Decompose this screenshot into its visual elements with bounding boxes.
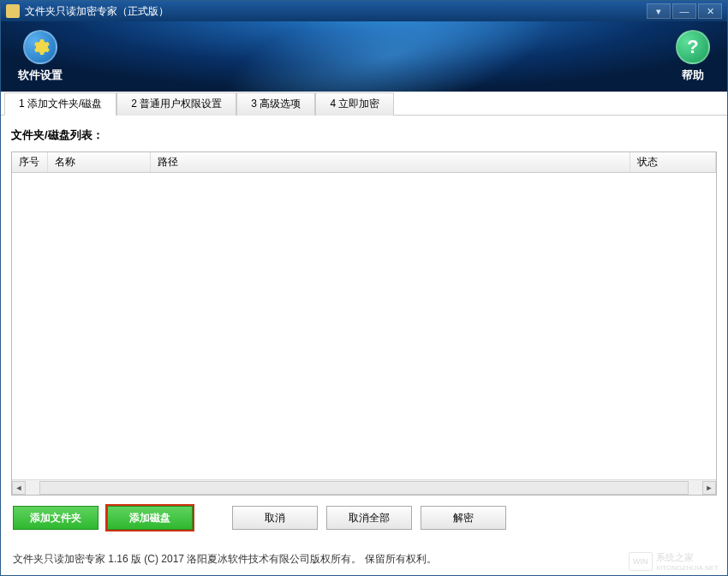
scroll-left-icon[interactable]: ◄ (12, 481, 26, 495)
action-buttons: 添加文件夹 添加磁盘 取消 取消全部 解密 (11, 496, 717, 537)
column-name[interactable]: 名称 (48, 152, 151, 172)
settings-button[interactable]: 软件设置 (18, 30, 63, 83)
watermark-line2: XITONGZHIJIA.NET (656, 564, 719, 572)
scroll-right-icon[interactable]: ► (702, 481, 716, 495)
gear-icon (23, 30, 57, 64)
table-body (12, 173, 716, 479)
cancel-all-button[interactable]: 取消全部 (326, 506, 412, 530)
list-label: 文件夹/磁盘列表： (11, 128, 717, 143)
app-icon (6, 4, 20, 18)
help-label: 帮助 (682, 68, 704, 83)
tab-advanced-options[interactable]: 3 高级选项 (236, 92, 315, 116)
help-button[interactable]: ? 帮助 (676, 30, 710, 83)
tab-panel: 文件夹/磁盘列表： 序号 名称 路径 状态 ◄ ► 添加文件夹 添加磁盘 (1, 116, 727, 545)
tab-user-permissions[interactable]: 2 普通用户权限设置 (116, 92, 236, 116)
watermark-line1: 系统之家 (656, 551, 719, 564)
window-controls: ▾ — ✕ (647, 3, 722, 19)
watermark: WIN 系统之家 XITONGZHIJIA.NET (629, 551, 719, 572)
decrypt-button[interactable]: 解密 (421, 506, 506, 530)
tab-add-folder-disk[interactable]: 1 添加文件夹/磁盘 (4, 92, 116, 116)
close-button[interactable]: ✕ (698, 3, 722, 19)
help-icon: ? (676, 30, 710, 64)
table-header: 序号 名称 路径 状态 (12, 152, 716, 173)
watermark-icon: WIN (629, 552, 653, 571)
add-folder-button[interactable]: 添加文件夹 (13, 506, 98, 530)
copyright-text: 文件夹只读加密专家 1.16 版 (C) 2017 洛阳夏冰软件技术有限公司版权… (13, 553, 437, 565)
column-path[interactable]: 路径 (151, 152, 630, 172)
window-title: 文件夹只读加密专家（正式版） (25, 4, 647, 19)
folder-disk-table: 序号 名称 路径 状态 ◄ ► (11, 151, 717, 496)
toolbar-header: 软件设置 ? 帮助 (1, 21, 727, 92)
horizontal-scrollbar[interactable]: ◄ ► (12, 479, 716, 495)
tab-encrypt-now[interactable]: 4 立即加密 (315, 92, 394, 116)
add-disk-button[interactable]: 添加磁盘 (107, 506, 193, 530)
dropdown-button[interactable]: ▾ (647, 3, 671, 19)
column-seq[interactable]: 序号 (12, 152, 48, 172)
minimize-button[interactable]: — (672, 3, 696, 19)
tab-bar: 1 添加文件夹/磁盘 2 普通用户权限设置 3 高级选项 4 立即加密 (1, 92, 727, 116)
scroll-track[interactable] (39, 481, 689, 495)
content-area: 1 添加文件夹/磁盘 2 普通用户权限设置 3 高级选项 4 立即加密 文件夹/… (1, 92, 727, 575)
footer: 文件夹只读加密专家 1.16 版 (C) 2017 洛阳夏冰软件技术有限公司版权… (1, 545, 727, 575)
column-status[interactable]: 状态 (630, 152, 716, 172)
titlebar[interactable]: 文件夹只读加密专家（正式版） ▾ — ✕ (1, 1, 727, 21)
cancel-button[interactable]: 取消 (232, 506, 318, 530)
settings-label: 软件设置 (18, 68, 63, 83)
app-window: 文件夹只读加密专家（正式版） ▾ — ✕ 软件设置 ? 帮助 1 添加文件夹/磁… (0, 0, 728, 576)
